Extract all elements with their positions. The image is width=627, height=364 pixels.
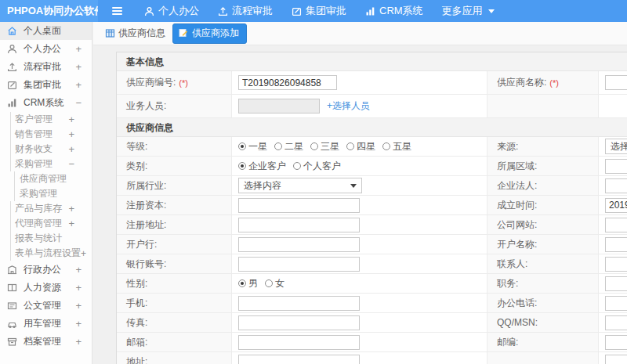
home-icon (7, 26, 18, 36)
sidebar-item-vehicle-mgmt[interactable]: 用车管理 + (0, 315, 92, 333)
sidebar-item-archive-mgmt[interactable]: 档案管理 + (0, 333, 92, 351)
form-row-code-name: 供应商编号:(*) 供应商名称:(*) (117, 71, 627, 95)
bank-account-label: 银行账号: (117, 254, 232, 273)
position-input[interactable] (605, 276, 627, 291)
sidebar-item-reports[interactable]: 报表与统计 (10, 231, 92, 246)
region-input[interactable] (605, 159, 627, 174)
radio-grade-5[interactable] (382, 142, 390, 150)
form-row-bank-acctname: 开户行: 开户名称: (117, 235, 627, 254)
bank-account-input[interactable] (238, 257, 360, 272)
sidebar-item-admin-office[interactable]: 行政办公 + (0, 261, 92, 279)
sidebar-item-agent-mgmt[interactable]: 代理商管理 + (10, 216, 92, 231)
required-mark: (*) (549, 78, 559, 88)
office-phone-input[interactable] (605, 296, 627, 311)
supplier-name-input[interactable] (605, 75, 627, 90)
expand-icon[interactable]: + (75, 43, 82, 55)
sidebar-toggle-button[interactable] (112, 7, 122, 15)
expand-icon[interactable]: + (75, 282, 82, 294)
required-mark: (*) (179, 78, 188, 88)
sidebar-item-personal-office[interactable]: 个人办公 + (0, 40, 92, 58)
address-input[interactable] (238, 355, 360, 364)
radio-male[interactable] (238, 279, 246, 287)
industry-select[interactable]: 选择内容 (238, 178, 362, 193)
expand-icon[interactable]: + (68, 128, 74, 140)
nav-more-apps[interactable]: 更多应用 (442, 4, 495, 18)
sidebar-item-desktop[interactable]: 个人桌面 (0, 22, 92, 40)
form-row-business-person: 业务人员: +选择人员 (117, 95, 627, 118)
sidebar-item-purchase-mgmt[interactable]: 采购管理 − (10, 157, 92, 171)
choose-person-link[interactable]: +选择人员 (327, 99, 370, 113)
business-person-label: 业务人员: (117, 95, 232, 117)
grade-radio-group: 一星 二星 三星 四星 五星 (238, 140, 419, 153)
sidebar-item-form-flow-settings[interactable]: 表单与流程设置+ (10, 246, 92, 261)
main-area: 供应商信息 供应商添加 基本信息 供应商编号:(*) 供应商名称:(*) (93, 22, 627, 364)
sidebar-item-customer-mgmt[interactable]: 客户管理 + (10, 112, 92, 127)
nav-workflow-approval[interactable]: 流程审批 (218, 4, 273, 18)
industry-label: 所属行业: (117, 176, 232, 195)
sidebar-item-finance[interactable]: 财务收支 + (10, 142, 92, 157)
supplier-code-input[interactable] (238, 75, 337, 90)
collapse-icon[interactable]: − (68, 158, 74, 170)
registered-capital-input[interactable] (238, 198, 360, 213)
zip-input[interactable] (605, 335, 627, 350)
grade-label: 等级: (117, 137, 232, 156)
expand-icon[interactable]: + (75, 79, 82, 91)
email-input[interactable] (238, 335, 360, 350)
supplier-add-form: 基本信息 供应商编号:(*) 供应商名称:(*) 业务人员: +选择人员 (116, 52, 627, 364)
radio-female[interactable] (265, 279, 273, 287)
legal-person-input[interactable] (605, 178, 627, 193)
tab-supplier-add[interactable]: 供应商添加 (172, 23, 247, 44)
radio-grade-3[interactable] (310, 142, 318, 150)
sidebar-item-official-docs[interactable]: 公文管理 + (0, 297, 92, 315)
account-name-input[interactable] (605, 237, 627, 252)
radio-grade-1[interactable] (238, 142, 246, 150)
tab-supplier-list[interactable]: 供应商信息 (105, 27, 165, 40)
expand-icon[interactable]: + (81, 248, 86, 259)
bank-input[interactable] (238, 237, 360, 252)
nav-crm-system[interactable]: CRM系统 (365, 4, 423, 18)
expand-icon[interactable]: + (75, 61, 82, 73)
radio-grade-2[interactable] (274, 142, 282, 150)
sidebar-item-sales-mgmt[interactable]: 销售管理 + (10, 127, 92, 142)
edit-icon (7, 80, 18, 90)
sidebar-item-hr[interactable]: 人力资源 + (0, 279, 92, 297)
edit-icon (292, 6, 302, 16)
fax-input[interactable] (238, 315, 360, 330)
form-row-grade-source: 等级: 一星 二星 三星 四星 五星 来源: 选择内容 (117, 137, 627, 157)
founded-date-input[interactable] (605, 198, 627, 213)
sidebar-item-crm-system[interactable]: CRM系统 − (0, 94, 92, 112)
sidebar-item-group-approval[interactable]: 集团审批 + (0, 76, 92, 94)
collapse-icon[interactable]: − (75, 97, 82, 109)
region-label: 所属区域: (487, 157, 599, 175)
expand-icon[interactable]: + (68, 203, 74, 214)
sidebar-item-purchasing[interactable]: 采购管理 (14, 186, 92, 201)
expand-icon[interactable]: + (68, 143, 74, 155)
website-input[interactable] (605, 218, 627, 232)
radio-enterprise-customer[interactable] (238, 162, 246, 170)
expand-icon[interactable]: + (68, 218, 74, 229)
expand-icon[interactable]: + (75, 300, 82, 312)
radio-grade-4[interactable] (346, 142, 354, 150)
nav-group-approval[interactable]: 集团审批 (292, 4, 346, 18)
expand-icon[interactable]: + (68, 114, 74, 125)
registered-address-input[interactable] (238, 218, 360, 232)
expand-icon[interactable]: + (75, 264, 82, 276)
source-select[interactable]: 选择内容 (605, 139, 627, 154)
mobile-label: 手机: (117, 294, 232, 312)
nav-personal-office[interactable]: 个人办公 (144, 4, 199, 18)
hamburger-icon (112, 7, 122, 9)
contact-input[interactable] (605, 257, 627, 272)
qq-msn-input[interactable] (605, 315, 627, 330)
mobile-input[interactable] (238, 296, 360, 311)
extra-input[interactable] (605, 355, 627, 364)
sidebar-item-supplier-mgmt[interactable]: 供应商管理 (14, 171, 92, 186)
expand-icon[interactable]: + (75, 336, 82, 348)
sidebar-item-workflow-approval[interactable]: 流程审批 + (0, 58, 92, 76)
radio-individual-customer[interactable] (293, 162, 301, 170)
upload-icon (7, 62, 18, 72)
founded-date-label: 成立时间: (487, 196, 599, 214)
top-header: PHPOA协同办公软件 个人办公 流程审批 集团审批 CRM系统 更多应用 (0, 0, 627, 22)
sidebar-item-product-inventory[interactable]: 产品与库存 + (10, 201, 92, 216)
expand-icon[interactable]: + (75, 318, 82, 330)
business-person-input[interactable] (238, 99, 320, 114)
